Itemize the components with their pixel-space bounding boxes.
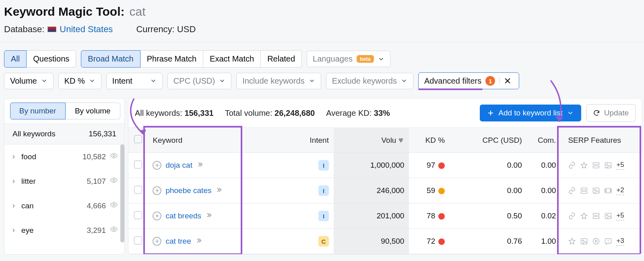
row-checkbox[interactable]: [134, 236, 142, 245]
tab-related[interactable]: Related: [261, 50, 302, 68]
languages-dropdown[interactable]: Languages beta: [307, 51, 390, 67]
keyword-table: Keyword Intent Volu KD % CPC (USD) Com. …: [128, 128, 642, 254]
update-label: Update: [604, 109, 629, 117]
col-serp-features[interactable]: SERP Features: [561, 128, 642, 153]
filter-exclude-keywords[interactable]: Exclude keywords: [326, 73, 413, 89]
link-icon: [568, 187, 576, 195]
col-com[interactable]: Com.: [527, 128, 561, 153]
sidebar-item[interactable]: eye 3,291: [4, 218, 124, 243]
col-cpc[interactable]: CPC (USD): [450, 128, 527, 153]
chevron-down-icon: [150, 78, 157, 84]
add-to-keyword-list-button[interactable]: Add to keyword list: [480, 105, 581, 121]
keyword-link[interactable]: phoebe cates: [165, 186, 211, 195]
keyword-link[interactable]: doja cat: [165, 161, 192, 170]
filter-cpc[interactable]: CPC (USD): [167, 73, 231, 89]
page-title-query: cat: [129, 5, 145, 18]
stat-avg-kd-value: 33%: [374, 109, 390, 117]
filter-include-keywords[interactable]: Include keywords: [236, 73, 321, 89]
serp-features-cell[interactable]: +2: [568, 186, 637, 195]
serp-more-count[interactable]: +5: [616, 212, 624, 220]
sidebar-sort-by-volume[interactable]: By volume: [66, 103, 121, 119]
link-icon: [568, 161, 576, 169]
eye-icon[interactable]: [110, 225, 118, 235]
sidebar-item-count: 10,582: [83, 152, 106, 161]
keyword-link[interactable]: cat breeds: [165, 212, 201, 220]
serp-more-count[interactable]: +3: [616, 237, 624, 246]
chevron-down-icon: [41, 78, 47, 84]
open-keyword-icon[interactable]: [196, 161, 204, 170]
com-cell: 0.00: [527, 178, 561, 203]
sidebar-all-keywords[interactable]: All keywords 156,331: [4, 123, 124, 144]
list-icon: [580, 187, 588, 195]
filter-kd[interactable]: KD %: [58, 73, 101, 89]
cpc-cell: 0.00: [450, 153, 527, 178]
eye-icon[interactable]: [110, 201, 118, 211]
filter-volume-label: Volume: [10, 76, 37, 86]
col-kd[interactable]: KD %: [409, 128, 450, 153]
tab-broad-match[interactable]: Broad Match: [81, 50, 140, 68]
link-icon: [568, 212, 576, 220]
expand-keyword-button[interactable]: +: [153, 212, 161, 220]
sidebar-scrollbar[interactable]: [120, 144, 124, 243]
database-label: Database:: [4, 24, 44, 35]
filter-advanced[interactable]: Advanced filters 1: [418, 72, 519, 89]
keyword-link[interactable]: cat tree: [165, 237, 191, 246]
table-row: + cat breeds I 201,000 78 0.50 0.02 +5: [128, 203, 642, 229]
row-checkbox[interactable]: [134, 211, 142, 219]
open-keyword-icon[interactable]: [205, 212, 213, 221]
col-intent[interactable]: Intent: [286, 128, 334, 153]
keyword-mode-group: All Questions: [4, 50, 76, 68]
serp-features-cell[interactable]: +3: [568, 237, 637, 246]
serp-more-count[interactable]: +5: [616, 161, 624, 170]
filter-intent[interactable]: Intent: [106, 73, 163, 89]
kd-dot-icon: [438, 238, 445, 245]
table-row: + doja cat I 1,000,000 97 0.00 0.00 +5: [128, 153, 642, 178]
image-icon: [592, 187, 600, 195]
serp-features-cell[interactable]: +5: [568, 212, 637, 220]
sidebar-item[interactable]: can 4,666: [4, 193, 124, 218]
tab-all[interactable]: All: [4, 50, 27, 68]
expand-keyword-button[interactable]: +: [153, 186, 161, 195]
filter-cpc-label: CPC (USD): [173, 76, 215, 86]
star-icon: [580, 161, 588, 169]
serp-features-cell[interactable]: +5: [568, 161, 637, 170]
expand-keyword-button[interactable]: +: [153, 237, 161, 246]
database-selector[interactable]: Database: United States: [4, 24, 122, 35]
eye-icon[interactable]: [110, 176, 118, 186]
expand-keyword-button[interactable]: +: [153, 161, 161, 170]
intent-badge: I: [318, 211, 329, 221]
kd-dot-icon: [438, 213, 445, 220]
image-icon: [604, 212, 612, 220]
serp-more-count[interactable]: +2: [616, 186, 624, 195]
table-row: + cat tree C 90,500 72 0.76 1.00 +3: [128, 229, 642, 254]
sidebar-all-keywords-label: All keywords: [12, 129, 56, 138]
filter-exclude-label: Exclude keywords: [332, 76, 397, 86]
row-checkbox[interactable]: [134, 160, 142, 169]
stat-total-volume-label: Total volume:: [225, 109, 272, 117]
eye-icon[interactable]: [110, 152, 118, 162]
sidebar-sort-by-number[interactable]: By number: [10, 103, 66, 119]
stat-total-volume-value: 26,248,680: [275, 109, 315, 117]
select-all-checkbox[interactable]: [134, 135, 142, 143]
tab-phrase-match[interactable]: Phrase Match: [140, 50, 203, 68]
sidebar-item[interactable]: litter 5,107: [4, 169, 124, 193]
page-header: Keyword Magic Tool: cat Database: United…: [0, 0, 644, 42]
sort-icon: [398, 137, 404, 144]
open-keyword-icon[interactable]: [215, 186, 223, 195]
filter-volume[interactable]: Volume: [4, 73, 54, 89]
review-icon: [604, 237, 612, 245]
tab-questions[interactable]: Questions: [27, 50, 76, 68]
tab-exact-match[interactable]: Exact Match: [203, 50, 261, 68]
col-keyword[interactable]: Keyword: [148, 128, 286, 153]
sidebar-item-label: food: [21, 152, 36, 161]
col-volume[interactable]: Volu: [334, 128, 409, 153]
update-button[interactable]: Update: [586, 104, 636, 122]
stat-avg-kd-label: Average KD:: [326, 109, 372, 117]
sidebar-item[interactable]: food 10,582: [4, 144, 124, 169]
sidebar-item-label: can: [21, 201, 34, 210]
volume-cell: 246,000: [334, 178, 409, 203]
filter-advanced-clear[interactable]: [499, 77, 514, 85]
com-cell: 0.02: [527, 203, 561, 229]
open-keyword-icon[interactable]: [195, 237, 202, 246]
row-checkbox[interactable]: [134, 186, 142, 194]
